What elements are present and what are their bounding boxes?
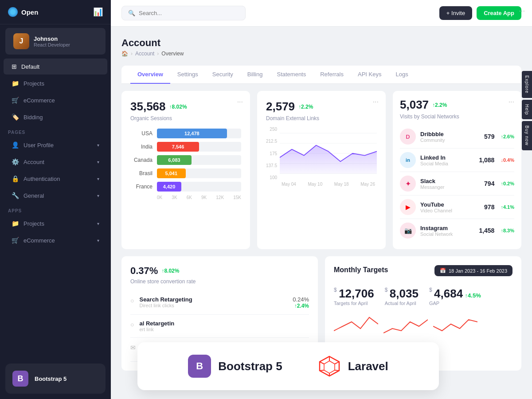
pages-label: PAGES <box>0 125 111 137</box>
search-input[interactable] <box>139 10 236 16</box>
tab-statements[interactable]: Statements <box>270 66 313 84</box>
bar-fill-india: 7,546 <box>157 142 199 152</box>
mini-chart-1 <box>334 313 378 335</box>
card-menu-icon[interactable]: ··· <box>509 98 514 106</box>
conversion-value: 0.37% ↑8.02% <box>130 265 309 277</box>
bootstrap-icon: B <box>188 355 211 378</box>
sidebar-item-authentication[interactable]: 🔒 Authentication ▾ <box>4 171 107 187</box>
sidebar-logo: Open <box>8 7 38 17</box>
sidebar-item-ecommerce[interactable]: 🛒 eCommerce <box>4 92 107 108</box>
chevron-down-icon: ▾ <box>97 176 99 181</box>
svg-marker-6 <box>324 361 335 373</box>
circle-icon: ○ <box>130 321 134 328</box>
chevron-down-icon: ▾ <box>97 221 99 226</box>
tag-icon: 🏷️ <box>12 113 19 121</box>
tab-security[interactable]: Security <box>205 66 240 84</box>
sidebar-item-ecommerce-app[interactable]: 🛒 eCommerce ▾ <box>4 232 107 248</box>
chart-x-labels: May 04 May 10 May 18 May 26 <box>280 182 377 187</box>
sidebar-item-projects-app[interactable]: 📁 Projects ▾ <box>4 215 107 231</box>
bar-row-india: India 7,546 <box>130 142 241 152</box>
bar-row-brasil: Brasil 5,041 <box>130 168 241 178</box>
tab-referrals[interactable]: Referrals <box>313 66 351 84</box>
cart-icon: 🛒 <box>12 237 19 244</box>
circle-icon: ○ <box>130 297 134 304</box>
breadcrumb-account[interactable]: Account <box>135 51 154 57</box>
social-visits-value: 5,037 ↑2.2% <box>400 98 514 112</box>
tab-billing[interactable]: Billing <box>240 66 270 84</box>
sidebar-item-default[interactable]: ⊞ Default <box>4 59 107 74</box>
tab-api-keys[interactable]: API Keys <box>351 66 388 84</box>
sidebar-item-label: Authentication <box>23 176 60 182</box>
domain-links-label: Domain External Links <box>266 115 377 121</box>
sidebar-item-label: Projects <box>23 220 44 227</box>
social-row-instagram: 📷 Instagram Social Network 1,458 ↑8.3% <box>400 219 514 242</box>
chevron-down-icon: ▾ <box>97 143 99 148</box>
brand-card: B Bootstrap 5 <box>5 364 106 394</box>
user-role: React Developer <box>34 42 70 47</box>
sidebar-item-label: eCommerce <box>23 237 55 244</box>
bar-row-canada: Canada 6,083 <box>130 155 241 165</box>
retargeting-row-search: ○ Search Retargeting Direct link clicks … <box>130 291 309 315</box>
invite-button[interactable]: + Invite <box>439 6 472 20</box>
sidebar-item-account[interactable]: ⚙️ Account ▾ <box>4 154 107 170</box>
actual-april: $ 8,035 Actual for April <box>385 287 419 306</box>
sidebar-item-label: General <box>23 192 44 199</box>
laravel-icon <box>318 355 341 378</box>
user-name: Johnson <box>34 35 70 42</box>
line-chart-wrapper: 250 212.5 175 137.5 100 <box>266 127 377 187</box>
bootstrap-label: Bootstrap 5 <box>35 376 66 382</box>
bar-chart: USA 12,478 India 7,546 Canada <box>130 129 241 200</box>
targets-values: $ 12,706 Targets for April $ 8,035 Actua… <box>334 287 512 306</box>
mini-chart-2 <box>383 313 428 335</box>
date-badge: 📅 18 Jan 2023 - 16 Feb 2023 <box>434 265 512 276</box>
right-actions: Explore Help Buy now <box>522 71 532 152</box>
card-menu-icon[interactable]: ··· <box>237 98 243 106</box>
svg-line-9 <box>335 370 339 371</box>
tabs-container: Overview Settings Security Billing State… <box>121 66 521 84</box>
grid-icon: ⊞ <box>12 63 17 70</box>
sidebar-header: Open 📊 <box>0 0 111 24</box>
help-button[interactable]: Help <box>522 100 532 120</box>
domain-links-badge: ↑2.2% <box>298 104 313 110</box>
sidebar-item-projects[interactable]: 📁 Projects <box>4 75 107 91</box>
tab-settings[interactable]: Settings <box>170 66 205 84</box>
create-app-button[interactable]: Create App <box>477 6 521 20</box>
gap-value: $ 4,684 ↑4.5% GAP <box>429 287 481 306</box>
sidebar-item-label: eCommerce <box>23 97 55 104</box>
sidebar-user[interactable]: J Johnson React Developer <box>5 28 106 55</box>
page-header: Account 🏠 › Account › Overview <box>121 37 521 57</box>
svg-line-11 <box>320 370 324 371</box>
bootstrap-name: Bootstrap 5 <box>218 360 282 373</box>
sidebar: Open 📊 J Johnson React Developer ⊞ Defau… <box>0 0 111 399</box>
sidebar-item-user-profile[interactable]: 👤 User Profile ▾ <box>4 137 107 153</box>
bar-fill-france: 4,420 <box>157 182 181 192</box>
user-icon: 👤 <box>12 141 19 149</box>
tab-overview[interactable]: Overview <box>130 66 170 84</box>
buy-now-button[interactable]: Buy now <box>522 121 532 150</box>
retargeting-row-al: ○ al Retargetin ert link <box>130 315 309 338</box>
bootstrap-brand: B Bootstrap 5 <box>188 355 282 378</box>
bootstrap-icon: B <box>12 371 28 387</box>
tab-logs[interactable]: Logs <box>388 66 415 84</box>
explore-button[interactable]: Explore <box>522 71 532 98</box>
sidebar-item-general[interactable]: 🔧 General ▾ <box>4 188 107 203</box>
youtube-icon: ▶ <box>400 199 416 215</box>
chevron-down-icon: ▾ <box>97 238 99 243</box>
social-visits-label: Visits by Social Networks <box>400 113 514 120</box>
bar-fill-brasil: 5,041 <box>157 168 186 178</box>
sidebar-item-label: Bidding <box>23 114 43 121</box>
card-menu-icon[interactable]: ··· <box>373 98 379 106</box>
sidebar-item-bidding[interactable]: 🏷️ Bidding <box>4 109 107 125</box>
targets-title: Monthly Targets <box>334 266 388 274</box>
chart-icon[interactable]: 📊 <box>93 7 103 17</box>
chart-y-labels: 250 212.5 175 137.5 100 <box>266 127 277 180</box>
line-chart-svg-container: May 04 May 10 May 18 May 26 <box>280 127 377 187</box>
dribbble-icon: D <box>400 129 416 145</box>
search-box[interactable]: 🔍 <box>121 6 246 20</box>
social-row-dribbble: D Dribbble Community 579 ↑2.6% <box>400 125 514 149</box>
breadcrumb-current: Overview <box>161 51 184 57</box>
chevron-down-icon: ▾ <box>97 193 99 198</box>
apps-label: APPS <box>0 204 111 215</box>
sidebar-item-label: User Profile <box>23 142 54 149</box>
home-icon: 🏠 <box>121 51 128 57</box>
